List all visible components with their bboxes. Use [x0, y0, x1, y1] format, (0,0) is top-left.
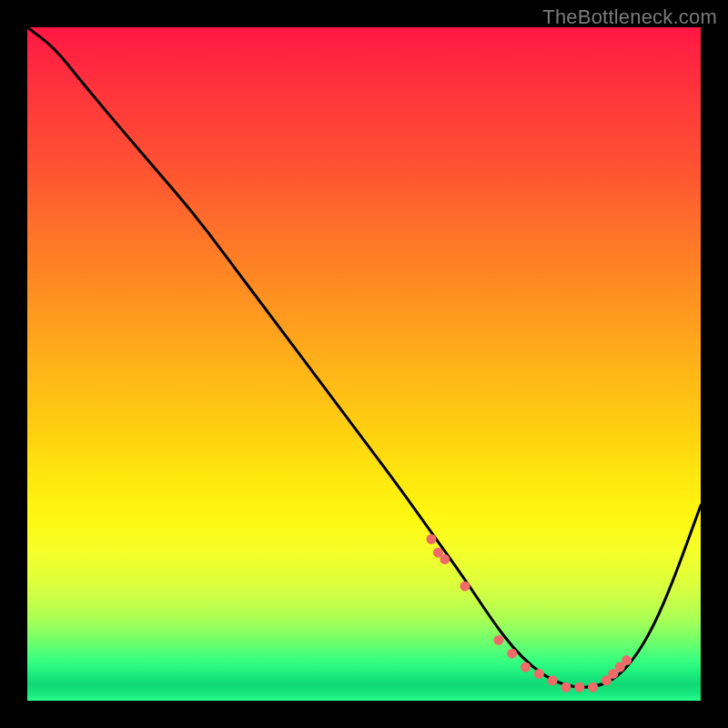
marker-point	[460, 581, 470, 592]
marker-point	[561, 682, 571, 693]
marker-point	[521, 662, 531, 672]
marker-point	[548, 675, 558, 685]
bottleneck-curve	[27, 27, 701, 687]
highlight-markers	[427, 534, 632, 693]
watermark-text: TheBottleneck.com	[542, 5, 717, 29]
curve-layer	[27, 27, 701, 701]
marker-point	[588, 682, 598, 693]
plot-area	[27, 27, 701, 701]
marker-point	[534, 669, 544, 679]
marker-point	[427, 534, 437, 544]
marker-point	[494, 635, 504, 645]
chart-frame: TheBottleneck.com	[0, 0, 728, 728]
marker-point	[622, 655, 632, 665]
marker-point	[507, 649, 517, 659]
marker-point	[574, 682, 584, 693]
marker-point	[440, 554, 450, 564]
